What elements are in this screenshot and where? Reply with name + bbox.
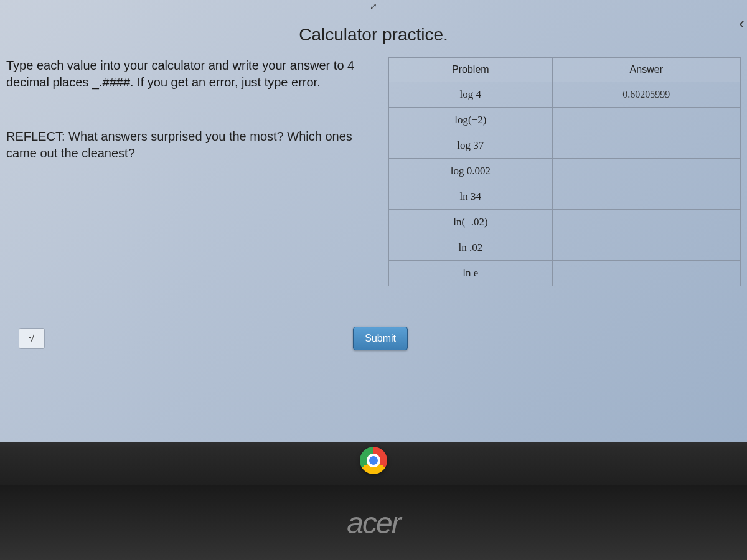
table-row: log 0.002	[389, 159, 741, 184]
problem-cell: log(−2)	[389, 108, 552, 133]
answer-cell[interactable]	[552, 108, 740, 133]
table-row: ln(−.02)	[389, 210, 741, 235]
problem-cell: ln .02	[389, 235, 552, 261]
right-column: Problem Answer log 4 0.60205999 log(−2) …	[388, 57, 741, 286]
header-problem: Problem	[389, 58, 552, 82]
problem-cell: ln(−.02)	[389, 210, 552, 235]
screen-content: ⤢ ‹ Calculator practice. Type each value…	[0, 0, 747, 442]
left-column: Type each value into your calculator and…	[6, 57, 382, 286]
answer-cell[interactable]	[552, 133, 740, 159]
laptop-bezel: acer	[0, 485, 747, 560]
problem-table: Problem Answer log 4 0.60205999 log(−2) …	[388, 57, 741, 286]
table-header-row: Problem Answer	[389, 58, 741, 82]
problem-cell: ln 34	[389, 184, 552, 210]
header-answer: Answer	[552, 58, 740, 82]
table-row: log 37	[389, 133, 741, 159]
answer-cell[interactable]	[552, 261, 740, 286]
answer-cell[interactable]	[552, 235, 740, 261]
table-row: ln e	[389, 261, 741, 286]
problem-cell: log 37	[389, 133, 552, 159]
instructions-text: Type each value into your calculator and…	[6, 57, 376, 91]
answer-cell[interactable]	[552, 159, 740, 184]
content-area: Type each value into your calculator and…	[0, 57, 747, 286]
sqrt-button[interactable]: √	[19, 328, 45, 349]
problem-cell: ln e	[389, 261, 552, 286]
taskbar	[0, 436, 747, 485]
submit-button[interactable]: Submit	[353, 327, 408, 350]
table-row: ln 34	[389, 184, 741, 210]
answer-cell[interactable]: 0.60205999	[552, 82, 740, 108]
table-row: log(−2)	[389, 108, 741, 133]
problem-cell: log 4	[389, 82, 552, 108]
back-icon[interactable]: ‹	[739, 14, 745, 33]
table-row: ln .02	[389, 235, 741, 261]
bottom-controls: √ Submit	[19, 327, 408, 350]
table-row: log 4 0.60205999	[389, 82, 741, 108]
fullscreen-icon[interactable]: ⤢	[370, 1, 377, 11]
reflect-text: REFLECT: What answers surprised you the …	[6, 128, 376, 162]
chrome-icon[interactable]	[360, 447, 387, 474]
brand-logo: acer	[347, 506, 400, 540]
answer-cell[interactable]	[552, 184, 740, 210]
answer-cell[interactable]	[552, 210, 740, 235]
problem-cell: log 0.002	[389, 159, 552, 184]
